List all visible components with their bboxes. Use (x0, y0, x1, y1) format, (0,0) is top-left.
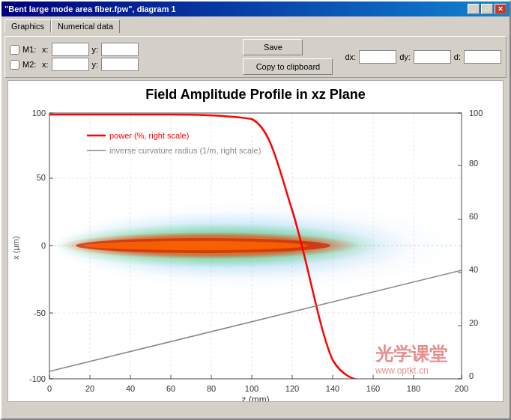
svg-text:z (mm): z (mm) (241, 395, 269, 402)
svg-text:0: 0 (41, 241, 46, 250)
m2-y-label: y: (92, 60, 99, 69)
save-button[interactable]: Save (243, 39, 303, 55)
svg-text:x (μm): x (μm) (11, 236, 20, 259)
markers-area: M1: x: 58.87 y: 48.9 M2: x: 140.4 y: -39… (10, 43, 139, 71)
m1-label: M1: (22, 45, 39, 54)
svg-text:20: 20 (469, 318, 478, 327)
svg-text:0: 0 (47, 384, 52, 393)
d-input[interactable] (464, 50, 501, 64)
svg-text:160: 160 (366, 384, 380, 393)
tab-numerical-data[interactable]: Numerical data (51, 19, 120, 33)
svg-text:60: 60 (166, 384, 175, 393)
content-area: Graphics Numerical data M1: x: 58.87 y: … (1, 16, 510, 405)
m1-y-label: y: (92, 45, 99, 54)
svg-text:80: 80 (207, 384, 216, 393)
svg-text:20: 20 (85, 384, 94, 393)
chart-title: Field Amplitude Profile in xz Plane (8, 81, 503, 106)
svg-text:180: 180 (407, 384, 420, 393)
svg-text:40: 40 (469, 265, 478, 274)
m2-label: M2: (22, 60, 39, 69)
m2-checkbox[interactable] (10, 60, 19, 70)
m1-x-label: x: (42, 45, 49, 54)
svg-text:100: 100 (32, 109, 46, 118)
svg-text:光学课堂: 光学课堂 (375, 344, 448, 364)
svg-text:www.optkt.cn: www.optkt.cn (375, 365, 429, 376)
d-label: d: (454, 52, 461, 61)
svg-text:120: 120 (285, 384, 299, 393)
title-bar: "Bent large mode area fiber.fpw", diagra… (1, 1, 510, 16)
svg-text:40: 40 (126, 384, 135, 393)
m1-row: M1: x: 58.87 y: 48.9 (10, 43, 139, 56)
svg-point-22 (83, 241, 308, 250)
m2-x-label: x: (42, 60, 49, 69)
svg-text:100: 100 (245, 384, 258, 393)
minimize-button[interactable]: _ (468, 4, 480, 14)
svg-text:80: 80 (469, 159, 478, 168)
main-window: "Bent large mode area fiber.fpw", diagra… (0, 0, 511, 420)
m1-y-input[interactable]: 48.9 (101, 43, 139, 56)
m2-x-input[interactable]: 140.4 (52, 58, 89, 71)
svg-text:power (%, right scale): power (%, right scale) (109, 131, 189, 140)
svg-text:0: 0 (469, 371, 474, 380)
action-buttons: Save Copy to clipboard (243, 39, 333, 75)
svg-text:-100: -100 (29, 374, 46, 383)
svg-text:inverse curvature radius (1/m,: inverse curvature radius (1/m, right sca… (109, 146, 261, 155)
copy-clipboard-button[interactable]: Copy to clipboard (243, 58, 333, 75)
m1-checkbox[interactable] (10, 45, 19, 55)
maximize-button[interactable]: □ (481, 4, 493, 14)
dx-label: dx: (345, 52, 356, 61)
m2-row: M2: x: 140.4 y: -39.43 (10, 58, 139, 71)
chart-container: Field Amplitude Profile in xz Plane (7, 80, 504, 402)
svg-text:100: 100 (469, 109, 483, 118)
title-bar-buttons: _ □ ✕ (468, 4, 507, 14)
svg-text:140: 140 (326, 384, 339, 393)
toolbar: M1: x: 58.87 y: 48.9 M2: x: 140.4 y: -39… (4, 36, 507, 78)
chart-svg: 100 50 0 -50 -100 0 20 (8, 106, 503, 402)
dy-input[interactable] (414, 50, 451, 64)
svg-text:200: 200 (455, 384, 468, 393)
tab-bar: Graphics Numerical data (4, 19, 507, 33)
close-button[interactable]: ✕ (495, 4, 507, 14)
svg-text:50: 50 (37, 173, 46, 182)
delta-section: dx: dy: d: (345, 50, 501, 64)
svg-text:-50: -50 (34, 308, 46, 317)
m2-y-input[interactable]: -39.43 (101, 58, 139, 71)
window-title: "Bent large mode area fiber.fpw", diagra… (4, 4, 176, 13)
tab-graphics[interactable]: Graphics (4, 19, 51, 33)
dy-label: dy: (399, 52, 411, 61)
svg-text:60: 60 (469, 212, 478, 221)
dx-input[interactable] (359, 50, 396, 64)
m1-x-input[interactable]: 58.87 (52, 43, 89, 56)
